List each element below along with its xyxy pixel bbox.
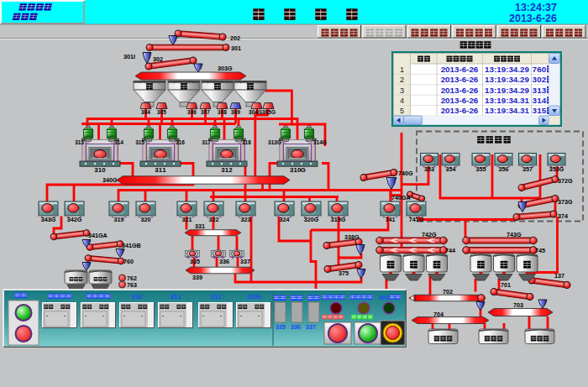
svg-text:13:19:34.29: 13:19:34.29 [485, 65, 529, 74]
svg-text:2013-6-26: 2013-6-26 [441, 75, 479, 84]
svg-text:2013-6-26: 2013-6-26 [441, 106, 479, 115]
svg-text:322: 322 [209, 216, 219, 223]
svg-text:.: . [46, 311, 48, 317]
svg-text:373G: 373G [558, 198, 573, 206]
svg-text:0: 0 [102, 166, 106, 174]
svg-text:303G: 303G [218, 65, 233, 72]
svg-text:320G: 320G [304, 216, 319, 223]
svg-text:740G: 740G [398, 170, 413, 177]
svg-text:355: 355 [476, 165, 486, 173]
svg-text:4: 4 [542, 96, 547, 105]
svg-text:309: 309 [231, 109, 240, 115]
svg-text:353: 353 [424, 165, 434, 173]
svg-text:353G: 353G [549, 165, 564, 173]
svg-text:.: . [258, 311, 260, 317]
svg-text:3: 3 [400, 86, 404, 95]
svg-text:305G: 305G [262, 109, 276, 115]
svg-text:3: 3 [542, 86, 547, 95]
svg-text:2: 2 [218, 293, 221, 301]
svg-text:313: 313 [75, 139, 84, 145]
svg-text:0: 0 [542, 65, 547, 74]
svg-text:13:19:34.29: 13:19:34.29 [485, 86, 529, 95]
svg-text:13:19:34.29: 13:19:34.29 [485, 75, 529, 84]
svg-text:314G: 314G [313, 139, 327, 145]
svg-text:304: 304 [141, 109, 150, 115]
svg-text:4: 4 [400, 97, 404, 105]
svg-text:304G: 304G [249, 109, 262, 115]
svg-text:G: G [301, 166, 306, 174]
svg-text:743G: 743G [507, 231, 522, 238]
svg-text:308: 308 [218, 109, 227, 115]
svg-text:2: 2 [400, 76, 404, 84]
svg-text:374: 374 [558, 212, 568, 220]
svg-text:5: 5 [400, 107, 404, 115]
svg-text:742G: 742G [422, 231, 437, 238]
svg-text:301: 301 [231, 44, 241, 52]
svg-text:.: . [202, 311, 204, 317]
svg-text:3: 3 [386, 294, 389, 301]
svg-text:323: 323 [241, 216, 251, 223]
svg-text:202: 202 [230, 34, 240, 42]
svg-text:2: 2 [228, 166, 233, 174]
svg-text:701: 701 [501, 281, 511, 289]
svg-text:343G: 343G [41, 216, 56, 223]
svg-text:372G: 372G [558, 177, 573, 185]
svg-text:744: 744 [445, 247, 455, 254]
svg-text:760: 760 [123, 258, 134, 265]
svg-text:740GA: 740GA [391, 194, 411, 201]
svg-text:1: 1 [162, 166, 166, 174]
svg-text:G: G [257, 293, 262, 301]
svg-text:307: 307 [201, 109, 210, 115]
svg-text:354: 354 [446, 165, 456, 173]
svg-text:.: . [180, 311, 181, 317]
svg-text:745: 745 [535, 247, 545, 254]
svg-text:316: 316 [176, 139, 185, 145]
svg-text:2013-6-26: 2013-6-26 [509, 13, 557, 24]
svg-text:741: 741 [386, 216, 396, 223]
svg-text:763: 763 [127, 281, 137, 289]
svg-text:.: . [162, 311, 164, 317]
svg-text:13:24:37: 13:24:37 [515, 2, 557, 13]
svg-text:324: 324 [280, 216, 290, 223]
svg-text:375: 375 [339, 269, 349, 277]
svg-text:301I: 301I [123, 53, 135, 60]
svg-text:5: 5 [542, 106, 547, 115]
svg-text:741G: 741G [409, 216, 424, 223]
svg-text:.: . [64, 311, 66, 317]
svg-text:13:19:34.31: 13:19:34.31 [485, 96, 529, 105]
svg-text:2013-6-26: 2013-6-26 [441, 96, 479, 105]
svg-text:335: 335 [276, 323, 286, 331]
svg-text:305: 305 [157, 109, 166, 115]
svg-text:336: 336 [291, 323, 301, 331]
svg-text:356: 356 [499, 165, 509, 173]
svg-text:357: 357 [522, 165, 533, 173]
svg-text:.: . [240, 311, 242, 317]
svg-text:319G: 319G [331, 216, 346, 223]
svg-text:337: 337 [306, 323, 316, 331]
svg-text:.: . [220, 311, 222, 317]
svg-text:336: 336 [219, 258, 229, 265]
svg-text:1: 1 [400, 65, 404, 74]
svg-text:704: 704 [433, 311, 444, 318]
svg-text:320: 320 [141, 216, 151, 223]
svg-text:319: 319 [114, 216, 124, 223]
svg-text:302: 302 [153, 55, 163, 63]
svg-text:341GA: 341GA [88, 232, 108, 239]
svg-text:315: 315 [135, 139, 144, 145]
svg-text:137: 137 [554, 272, 564, 280]
svg-text:337: 337 [240, 258, 250, 265]
svg-text:335: 335 [190, 258, 200, 265]
svg-text:.: . [141, 311, 143, 317]
svg-text:.: . [85, 311, 87, 317]
svg-text:0: 0 [139, 293, 142, 301]
svg-text:341GB: 341GB [122, 242, 141, 249]
svg-text:318: 318 [242, 139, 251, 145]
svg-text:340G: 340G [102, 176, 118, 184]
svg-text:313G: 313G [268, 139, 281, 145]
svg-text:339: 339 [192, 274, 202, 281]
svg-text:703: 703 [513, 301, 523, 309]
svg-text:2013-6-26: 2013-6-26 [441, 65, 479, 74]
svg-text:314: 314 [114, 139, 123, 145]
svg-text:342G: 342G [67, 216, 82, 223]
svg-text:331: 331 [195, 222, 205, 230]
